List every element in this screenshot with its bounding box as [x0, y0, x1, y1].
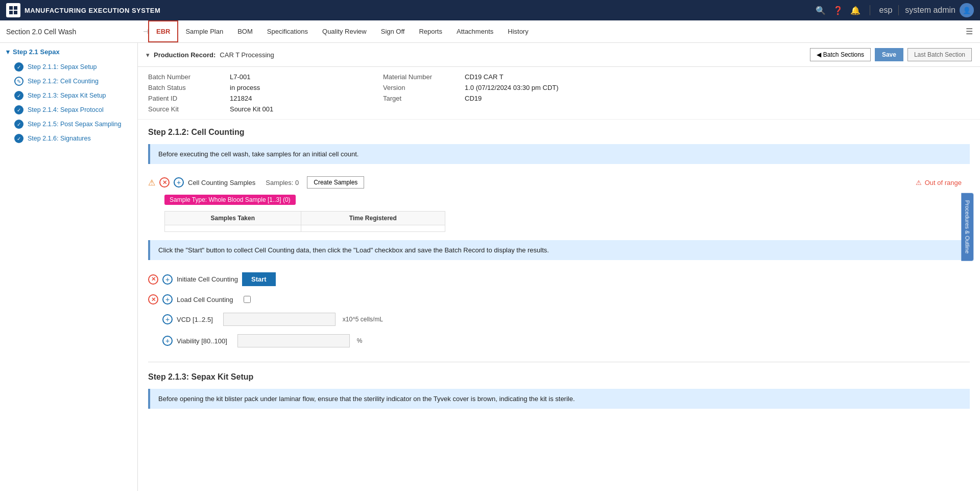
- sidebar-item-step-2-1-6[interactable]: ✓ Step 2.1.6: Signatures: [6, 131, 131, 146]
- samples-taken-header: Samples Taken: [165, 212, 301, 225]
- sidebar-section: ▾ Step 2.1 Sepax ✓ Step 2.1.1: Sepax Set…: [0, 43, 137, 151]
- svg-rect-3: [14, 11, 17, 14]
- patient-id-label: Patient ID: [148, 95, 230, 102]
- sidebar-item-step-2-1-4[interactable]: ✓ Step 2.1.4: Sepax Protocol: [6, 103, 131, 117]
- tab-specifications[interactable]: Specifications: [260, 20, 315, 42]
- tab-quality-review[interactable]: Quality Review: [315, 20, 374, 42]
- check-icon-2-1-5: ✓: [14, 120, 23, 129]
- plus-icon-initiate[interactable]: +: [162, 274, 173, 285]
- sidebar-item-step-2-1-1[interactable]: ✓ Step 2.1.1: Sepax Setup: [6, 60, 131, 74]
- save-button[interactable]: Save: [875, 48, 903, 61]
- check-icon-2-1-6: ✓: [14, 134, 23, 143]
- step-2-1-3-title: Step 2.1.3: Sepax Kit Setup: [148, 372, 970, 382]
- patient-id-value: 121824: [230, 95, 383, 102]
- search-icon[interactable]: 🔍: [816, 6, 826, 15]
- vcd-input[interactable]: [223, 313, 336, 326]
- initiate-label: Initiate Cell Counting: [177, 275, 238, 283]
- sidebar-item-step-2-1-3[interactable]: ✓ Step 2.1.3: Sepax Kit Setup: [6, 88, 131, 103]
- time-registered-header: Time Registered: [301, 212, 445, 225]
- batch-status-value: in process: [230, 84, 383, 91]
- sidebar-item-step-2-1-5[interactable]: ✓ Step 2.1.5: Post Sepax Sampling: [6, 117, 131, 131]
- logo-area: MANUFACTURING EXECUTION SYSTEM: [6, 3, 810, 17]
- plus-icon-viability[interactable]: +: [162, 336, 173, 346]
- step-2-1-2-content: Step 2.1.2: Cell Counting Before executi…: [138, 120, 980, 425]
- viability-row: + Viability [80..100] %: [162, 330, 970, 352]
- plus-icon-cell-counting[interactable]: +: [174, 177, 184, 188]
- check-icon-2-1-1: ✓: [14, 62, 23, 72]
- top-nav: MANUFACTURING EXECUTION SYSTEM 🔍 ❓ 🔔 esp…: [0, 0, 980, 20]
- svg-rect-0: [9, 6, 13, 10]
- tab-bom[interactable]: BOM: [230, 20, 260, 42]
- sidebar-section-header[interactable]: ▾ Step 2.1 Sepax: [6, 48, 131, 56]
- production-record-value: CAR T Processing: [220, 51, 274, 59]
- batch-number-value: L7-001: [230, 73, 383, 81]
- vcd-label: VCD [1..2.5]: [177, 316, 213, 323]
- target-label: Target: [383, 95, 465, 102]
- viability-label: Viability [80..100]: [177, 337, 227, 345]
- sidebar-step-label-2-1-6: Step 2.1.6: Signatures: [28, 135, 91, 142]
- cell-counting-row: ⚠ ✕ + Cell Counting Samples Samples: 0 C…: [148, 172, 970, 193]
- user-name: system admin: [905, 6, 955, 15]
- content-area: ▾ Production Record: CAR T Processing ◀ …: [138, 43, 980, 491]
- check-icon-2-1-4: ✓: [14, 105, 23, 114]
- samples-count: Samples: 0: [266, 179, 299, 186]
- sidebar: ▾ Step 2.1 Sepax ✓ Step 2.1.1: Sepax Set…: [0, 43, 138, 491]
- section-title: Section 2.0 Cell Wash: [6, 28, 139, 36]
- sidebar-item-step-2-1-2[interactable]: ✎ Step 2.1.2: Cell Counting: [6, 74, 131, 88]
- load-cell-counting-row: ✕ + Load Cell Counting: [148, 290, 970, 309]
- x-icon-initiate: ✕: [148, 274, 158, 285]
- section-separator: [148, 362, 970, 362]
- chevron-down-icon-pr: ▾: [146, 51, 150, 59]
- last-batch-section-button[interactable]: Last Batch Section: [907, 48, 972, 61]
- sample-type-row: Sample Type: Whole Blood Sample [1..3] (…: [148, 193, 970, 209]
- notification-icon[interactable]: 🔔: [850, 6, 861, 15]
- collapse-icon[interactable]: ⊣: [143, 28, 148, 35]
- viability-unit: %: [357, 337, 363, 344]
- batch-info: Batch Number L7-001 Material Number CD19…: [138, 67, 980, 120]
- tab-reports[interactable]: Reports: [412, 20, 449, 42]
- production-record-left: ▾ Production Record: CAR T Processing: [146, 51, 274, 59]
- version-label: Version: [383, 84, 465, 91]
- x-icon-cell-counting: ✕: [159, 177, 170, 188]
- batch-sections-button[interactable]: ◀ Batch Sections: [810, 48, 871, 61]
- target-value: CD19: [465, 95, 970, 102]
- out-of-range-indicator: ⚠ Out of range: [916, 179, 970, 186]
- hamburger-icon[interactable]: ☰: [959, 27, 980, 36]
- tab-sample-plan[interactable]: Sample Plan: [178, 20, 230, 42]
- svg-rect-1: [14, 6, 17, 10]
- batch-number-label: Batch Number: [148, 73, 230, 81]
- viability-input[interactable]: [237, 334, 350, 347]
- step-2-1-2-title: Step 2.1.2: Cell Counting: [148, 128, 970, 137]
- sidebar-step-label-2-1-1: Step 2.1.1: Sepax Setup: [28, 63, 97, 71]
- sidebar-step-label-2-1-4: Step 2.1.4: Sepax Protocol: [28, 106, 104, 113]
- info-box-2: Click the "Start" button to collect Cell…: [148, 240, 970, 260]
- sidebar-step-label-2-1-2: Step 2.1.2: Cell Counting: [28, 78, 99, 85]
- help-icon[interactable]: ❓: [833, 6, 843, 15]
- create-samples-button[interactable]: Create Samples: [307, 176, 364, 189]
- plus-icon-vcd[interactable]: +: [162, 314, 173, 324]
- out-of-range-text: Out of range: [925, 179, 962, 186]
- time-registered-cell: [301, 225, 445, 232]
- batch-sections-icon: ◀: [817, 51, 821, 58]
- warning-icon-oor: ⚠: [916, 179, 922, 186]
- start-button[interactable]: Start: [242, 272, 276, 286]
- production-record-bar: ▾ Production Record: CAR T Processing ◀ …: [138, 43, 980, 67]
- user-avatar[interactable]: 👤: [960, 3, 974, 17]
- tab-history[interactable]: History: [500, 20, 535, 42]
- samples-table: Samples Taken Time Registered: [164, 211, 445, 232]
- check-icon-2-1-3: ✓: [14, 91, 23, 100]
- user-divider: [898, 5, 899, 15]
- load-checkbox[interactable]: [244, 296, 251, 303]
- nav-divider: [870, 5, 870, 15]
- tab-attachments[interactable]: Attachments: [449, 20, 500, 42]
- nav-icons: 🔍 ❓ 🔔 esp system admin 👤: [816, 3, 974, 17]
- version-value: 1.0 (07/12/2024 03:30 pm CDT): [465, 84, 970, 91]
- pencil-icon-2-1-2: ✎: [14, 77, 23, 86]
- tab-ebr[interactable]: EBR: [148, 20, 178, 42]
- tab-sign-off[interactable]: Sign Off: [374, 20, 412, 42]
- material-number-value: CD19 CAR T: [465, 73, 970, 81]
- procedures-outline-label: Procedures & Outline: [965, 200, 971, 254]
- source-kit-label: Source Kit: [148, 105, 230, 113]
- plus-icon-load[interactable]: +: [162, 294, 173, 305]
- procedures-outline-tab[interactable]: Procedures & Outline: [962, 193, 974, 261]
